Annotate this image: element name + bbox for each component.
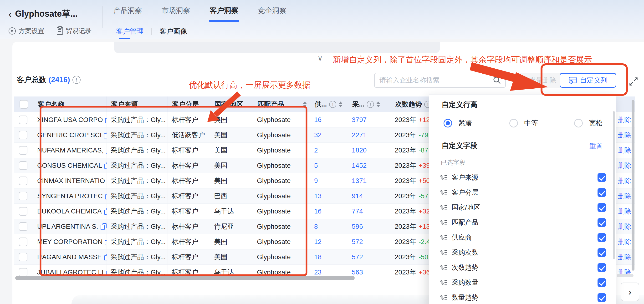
field-checkbox[interactable]: [598, 218, 606, 227]
field-checkbox[interactable]: [598, 188, 606, 197]
field-checkbox[interactable]: [598, 248, 606, 257]
delete-row-link[interactable]: 删除: [618, 252, 631, 262]
copy-icon[interactable]: [104, 162, 107, 169]
panel-scrollbar[interactable]: [613, 111, 615, 259]
info-icon[interactable]: !: [367, 101, 374, 108]
suppliers-count-link[interactable]: 2: [314, 146, 318, 154]
drag-handle-icon[interactable]: [440, 264, 447, 271]
radio-loose[interactable]: 宽松: [574, 118, 603, 128]
delete-row-link[interactable]: 删除: [618, 192, 631, 200]
reset-link[interactable]: 重置: [590, 142, 603, 151]
drag-handle-icon[interactable]: [440, 294, 447, 301]
back-icon[interactable]: ‹: [8, 9, 12, 19]
sort-icon[interactable]: [376, 102, 380, 107]
drag-handle-icon[interactable]: [440, 189, 447, 196]
purchase-times-link[interactable]: 774: [352, 208, 363, 215]
radio-medium[interactable]: 中等: [509, 118, 538, 128]
drag-handle-icon[interactable]: [440, 174, 447, 181]
customer-name[interactable]: XINGFA USA CORPO: [37, 116, 103, 124]
radio-compact[interactable]: 紧凑: [444, 118, 472, 128]
field-checkbox[interactable]: [598, 278, 606, 287]
copy-icon[interactable]: [104, 254, 107, 260]
row-checkbox[interactable]: [19, 116, 28, 124]
field-item[interactable]: 客户分层: [429, 185, 616, 200]
drag-handle-icon[interactable]: [440, 234, 447, 241]
col-purchase-times[interactable]: 采... !: [348, 96, 391, 112]
customer-name[interactable]: BUKOOLA CHEMICA: [37, 208, 102, 215]
suppliers-count-link[interactable]: 9: [314, 177, 318, 185]
chevron-down-icon[interactable]: ∨: [318, 54, 323, 62]
delete-row-link[interactable]: 删除: [618, 115, 631, 124]
field-checkbox[interactable]: [598, 203, 606, 212]
purchase-times-link[interactable]: 2271: [352, 131, 366, 139]
info-icon[interactable]: !: [72, 76, 80, 84]
fullscreen-icon[interactable]: [628, 76, 639, 87]
col-suppliers[interactable]: 供... !: [310, 96, 348, 112]
field-item[interactable]: 供应商: [429, 230, 616, 245]
subtab-customer-profile[interactable]: 客户画像: [160, 27, 187, 41]
suppliers-count-link[interactable]: 18: [314, 253, 322, 261]
trade-records-button[interactable]: 贸易记录: [57, 27, 92, 35]
row-checkbox[interactable]: [19, 176, 28, 185]
delete-row-link[interactable]: 删除: [618, 161, 631, 170]
purchase-times-link[interactable]: 572: [352, 253, 363, 261]
col-customer-source[interactable]: 客户来源: [107, 96, 168, 112]
customer-name[interactable]: CONSUS CHEMICAL: [37, 162, 102, 170]
field-checkbox[interactable]: [598, 233, 606, 242]
suppliers-count-link[interactable]: 32: [314, 131, 322, 139]
field-checkbox[interactable]: [598, 293, 606, 302]
field-checkbox[interactable]: [598, 173, 606, 182]
drag-handle-icon[interactable]: [440, 204, 447, 211]
delete-row-link[interactable]: 删除: [618, 207, 631, 216]
delete-row-link[interactable]: 删除: [618, 176, 631, 185]
row-checkbox[interactable]: [19, 131, 28, 139]
tab-product-insight[interactable]: 产品洞察: [112, 6, 144, 22]
tab-customer-insight[interactable]: 客户洞察: [208, 6, 240, 22]
purchase-times-link[interactable]: 1820: [352, 146, 366, 154]
drag-handle-icon[interactable]: [440, 219, 447, 226]
sort-icon[interactable]: [303, 102, 307, 107]
info-icon[interactable]: !: [329, 101, 336, 108]
search-input[interactable]: [379, 76, 493, 84]
field-item[interactable]: 数量趋势: [429, 290, 616, 304]
copy-icon[interactable]: [104, 208, 107, 215]
purchase-times-link[interactable]: 3797: [352, 116, 366, 124]
field-item[interactable]: 采购次数: [429, 245, 616, 260]
subtab-customer-management[interactable]: 客户管理: [116, 27, 144, 41]
drag-handle-icon[interactable]: [440, 249, 447, 256]
purchase-times-link[interactable]: 1452: [352, 162, 366, 170]
purchase-times-link[interactable]: 914: [352, 192, 363, 200]
purchase-times-link[interactable]: 596: [352, 223, 363, 230]
row-checkbox[interactable]: [19, 207, 28, 216]
field-item[interactable]: 采购数量: [429, 275, 616, 290]
vertical-scrollbar[interactable]: [632, 100, 634, 271]
horizontal-scrollbar-right[interactable]: [617, 274, 634, 277]
customer-name[interactable]: GENERIC CROP SCI: [37, 131, 102, 139]
field-item[interactable]: 次数趋势: [429, 260, 616, 275]
suppliers-count-link[interactable]: 13: [314, 192, 322, 200]
row-checkbox[interactable]: [19, 192, 28, 200]
customer-name[interactable]: CINMAX INTERNATIO: [37, 177, 105, 185]
scheme-settings-button[interactable]: 方案设置: [8, 27, 44, 35]
copy-icon[interactable]: [105, 116, 107, 123]
tab-competitor-insight[interactable]: 竞企洞察: [256, 6, 288, 22]
search-icon[interactable]: [493, 76, 501, 84]
suppliers-count-link[interactable]: 16: [314, 116, 322, 124]
suppliers-count-link[interactable]: 12: [314, 238, 322, 246]
col-customer-name[interactable]: 客户名称: [33, 96, 107, 112]
customer-name[interactable]: JUBAILI AGROTEC LI: [37, 268, 104, 276]
tab-market-insight[interactable]: 市场洞察: [160, 6, 192, 22]
customer-name[interactable]: RAGAN AND MASSE: [37, 253, 102, 261]
customer-name[interactable]: NUFARM AMERICAS,: [37, 146, 104, 154]
customer-name[interactable]: UPL ARGENTINA S.: [37, 223, 98, 230]
suppliers-count-link[interactable]: 16: [314, 208, 322, 215]
copy-icon[interactable]: [105, 238, 107, 245]
row-checkbox[interactable]: [19, 222, 28, 231]
purchase-times-link[interactable]: 1371: [352, 177, 366, 185]
drag-handle-icon[interactable]: [440, 279, 447, 286]
col-customer-tier[interactable]: 客户分层: [168, 96, 210, 112]
delete-row-link[interactable]: 删除: [618, 146, 631, 155]
delete-row-link[interactable]: 删除: [618, 222, 631, 231]
field-item[interactable]: 客户来源: [429, 170, 616, 185]
delete-row-link[interactable]: 删除: [618, 237, 631, 246]
